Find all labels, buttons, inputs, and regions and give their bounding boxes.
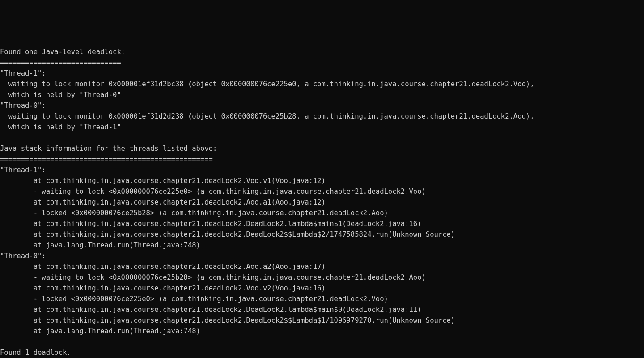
- terminal-output: Found one Java-level deadlock: =========…: [0, 47, 644, 358]
